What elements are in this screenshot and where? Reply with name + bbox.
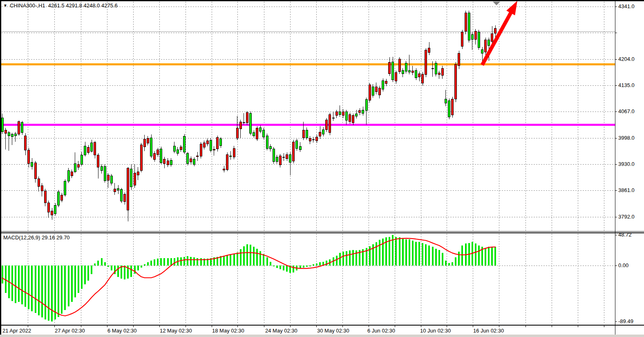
time-tick-label: 24 May 02:30 xyxy=(265,328,297,334)
price-tick-label: 4067.0 xyxy=(618,108,635,115)
panel-separator-bottom[interactable] xyxy=(0,232,644,233)
time-tick-label: 6 May 02:30 xyxy=(107,328,137,334)
price-tick-label: 3930.0 xyxy=(618,161,635,167)
macd-tick-label: -89.49 xyxy=(618,318,633,325)
price-tick-label: 3861.0 xyxy=(618,187,635,194)
time-axis[interactable]: 21 Apr 202227 Apr 02:306 May 02:3012 May… xyxy=(0,326,615,335)
time-tick-label: 12 May 02:30 xyxy=(160,328,192,334)
symbol-timeframe-label: CHINA300-,H1 xyxy=(10,2,45,9)
price-tick-label: 3792.0 xyxy=(618,214,635,220)
price-axis[interactable]: 4275.6 4190.0 4032.2 4341.04204.04135.04… xyxy=(615,0,644,326)
macd-tick-label: 0.00 xyxy=(618,262,628,269)
time-tick-label: 30 May 02:30 xyxy=(317,328,349,334)
left-border xyxy=(0,0,1,335)
time-tick-label: 27 Apr 02:30 xyxy=(55,328,85,334)
symbol-dropdown-icon[interactable]: ▼ xyxy=(3,3,7,8)
time-tick-label: 21 Apr 2022 xyxy=(2,328,31,334)
panel-separator-top[interactable] xyxy=(0,231,644,232)
window-bottom-strip xyxy=(0,335,644,337)
price-tick-label: 4204.0 xyxy=(618,56,635,62)
price-tick-label: 4135.0 xyxy=(618,82,635,89)
chart-title: ▼CHINA300-,H1 4261.5 4291.8 4248.0 4275.… xyxy=(3,2,118,9)
ohlc-values: 4261.5 4291.8 4248.0 4275.6 xyxy=(48,2,118,9)
trading-chart-window: ▼CHINA300-,H1 4261.5 4291.8 4248.0 4275.… xyxy=(0,0,644,337)
time-tick-label: 18 May 02:30 xyxy=(212,328,244,334)
time-tick-label: 16 Jun 02:30 xyxy=(473,328,504,334)
macd-indicator-label: MACD(12,26,9) 29.16 29.70 xyxy=(3,234,70,241)
time-tick-label: 10 Jun 02:30 xyxy=(420,328,451,334)
price-tick-label: 3998.0 xyxy=(618,135,635,141)
macd-tick-label: 48.72 xyxy=(618,232,632,238)
time-tick-label: 6 Jun 02:30 xyxy=(367,328,395,334)
price-tick-label: 4341.0 xyxy=(618,3,635,10)
top-border xyxy=(0,0,644,1)
chart-canvas[interactable] xyxy=(0,0,615,335)
